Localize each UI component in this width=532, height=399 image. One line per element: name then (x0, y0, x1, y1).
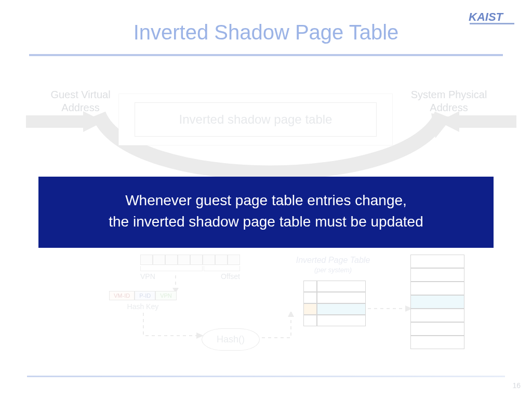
inverted-page-table-label: Inverted Page Table (per system) (289, 256, 377, 274)
slide: KAIST Inverted Shadow Page Table Guest V… (0, 0, 532, 399)
hash-function: Hash() (202, 328, 260, 351)
chip-p-id: P-ID (135, 291, 155, 300)
banner-line-2: the inverted shadow page table must be u… (54, 211, 478, 233)
chip-vm-id: VM-ID (109, 291, 135, 300)
banner-line-1: Whenever guest page table entries change… (54, 190, 478, 211)
hash-key-label: Hash Key (109, 302, 177, 311)
dashed-arrow-to-ipt-icon (260, 312, 307, 348)
title-underline (29, 54, 503, 56)
page-number: 16 (512, 381, 521, 390)
vpn-label: VPN (140, 272, 155, 281)
dashed-arrow-to-hash-icon (141, 313, 209, 344)
inverted-page-table (303, 281, 366, 326)
address-bitfield: VPN Offset (140, 255, 240, 281)
chip-vpn: VPN (155, 291, 177, 300)
hash-key-box: VM-ID P-ID VPN Hash Key (109, 291, 177, 311)
center-box: Inverted shadow page table (118, 94, 393, 145)
center-box-label: Inverted shadow page table (135, 102, 377, 137)
physical-frames (410, 255, 464, 349)
callout-banner: Whenever guest page table entries change… (38, 177, 494, 248)
offset-label: Offset (221, 272, 240, 281)
dashed-arrow-to-frames-icon (368, 303, 415, 314)
footer-rule (27, 376, 505, 377)
slide-title: Inverted Shadow Page Table (0, 21, 532, 44)
